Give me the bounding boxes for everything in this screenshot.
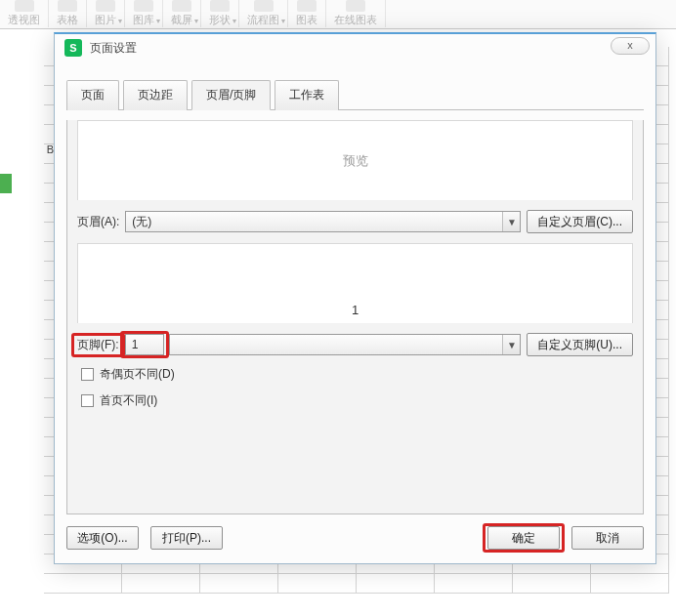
ribbon-item[interactable]: 图库▾ [125, 0, 163, 27]
ribbon-item[interactable]: 截屏▾ [163, 0, 201, 27]
chevron-down-icon: ▾ [232, 17, 236, 25]
ribbon-item[interactable]: 图片▾ [87, 0, 125, 27]
chevron-down-icon: ▾ [118, 17, 122, 25]
column-header-partial: B [44, 141, 54, 159]
tab-panel: 预览 页眉(A): (无) ▼ 自定义页眉(C)... 1 页脚(F): 1 [66, 120, 644, 514]
odd-even-checkbox[interactable]: 奇偶页不同(D) [81, 366, 643, 383]
footer-label: 页脚(F): [77, 337, 119, 353]
custom-header-button[interactable]: 自定义页眉(C)... [527, 210, 633, 233]
first-page-label: 首页不同(I) [100, 392, 157, 409]
ok-button[interactable]: 确定 [487, 526, 560, 550]
close-button[interactable]: x [611, 37, 650, 55]
ribbon-item[interactable]: 在线图表 [326, 0, 386, 27]
chevron-down-icon: ▾ [281, 17, 285, 25]
chevron-down-icon: ▼ [502, 212, 520, 231]
checkbox-icon [81, 368, 94, 381]
ribbon-item[interactable]: 透视图 [0, 0, 49, 27]
footer-select-highlight[interactable]: 1 [125, 334, 164, 355]
tab-bar: 页面 页边距 页眉/页脚 工作表 [66, 79, 644, 110]
ribbon-item[interactable]: 图表 [288, 0, 326, 27]
tab-header-footer[interactable]: 页眉/页脚 [191, 80, 271, 110]
chevron-down-icon: ▾ [194, 17, 198, 25]
first-page-checkbox[interactable]: 首页不同(I) [81, 392, 643, 409]
checkbox-icon [81, 394, 94, 407]
footer-select[interactable]: ▼ [169, 334, 522, 355]
footer-preview: 1 [77, 243, 633, 323]
preview-label: 预览 [343, 152, 368, 170]
tab-margins[interactable]: 页边距 [123, 80, 188, 110]
chevron-down-icon: ▼ [502, 335, 520, 354]
header-preview: 预览 [77, 120, 633, 200]
ribbon-item[interactable]: 表格 [49, 0, 87, 27]
chevron-down-icon: ▾ [156, 17, 160, 25]
header-select-value: (无) [132, 214, 151, 230]
odd-even-label: 奇偶页不同(D) [100, 366, 175, 383]
page-setup-dialog: 页面设置 x 页面 页边距 页眉/页脚 工作表 预览 页眉(A): (无) ▼ … [54, 32, 656, 564]
header-label: 页眉(A): [77, 214, 119, 230]
dialog-footer: 选项(O)... 打印(P)... 确定 取消 [66, 526, 644, 550]
tab-sheet[interactable]: 工作表 [275, 80, 339, 110]
ribbon-item[interactable]: 形状▾ [201, 0, 239, 27]
tab-page[interactable]: 页面 [66, 80, 119, 110]
custom-footer-button[interactable]: 自定义页脚(U)... [527, 333, 633, 356]
dialog-title: 页面设置 [90, 40, 137, 57]
header-select[interactable]: (无) ▼ [125, 211, 521, 232]
cancel-button[interactable]: 取消 [571, 526, 644, 550]
footer-select-value: 1 [132, 338, 139, 351]
ribbon-toolbar: 透视图 表格 图片▾ 图库▾ 截屏▾ 形状▾ 流程图▾ 图表 在线图表 [0, 0, 676, 29]
footer-preview-value: 1 [352, 303, 359, 317]
selection-marker [0, 174, 12, 193]
app-icon [64, 39, 82, 57]
print-button[interactable]: 打印(P)... [150, 526, 223, 550]
ribbon-item[interactable]: 流程图▾ [239, 0, 288, 27]
dialog-titlebar[interactable]: 页面设置 x [55, 34, 655, 62]
options-button[interactable]: 选项(O)... [66, 526, 139, 550]
